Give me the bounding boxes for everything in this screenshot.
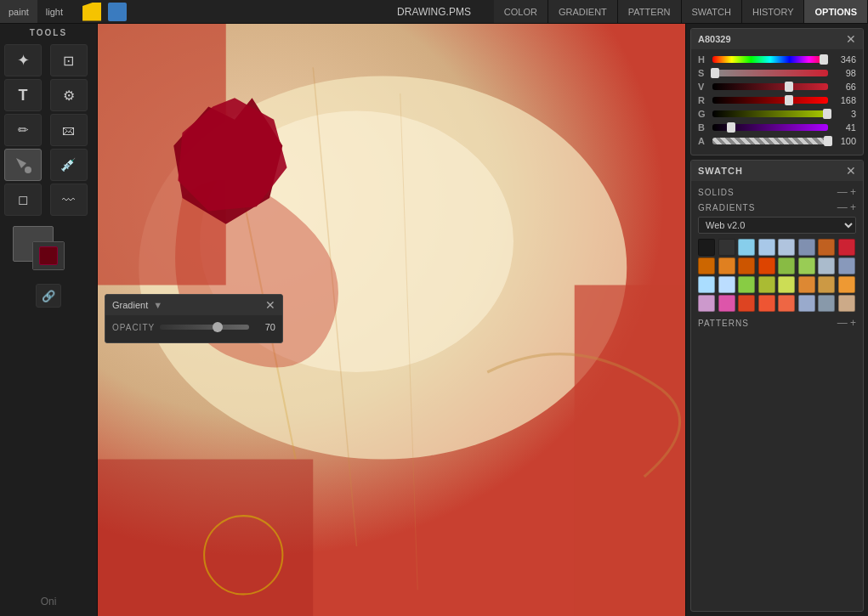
swatch-cell[interactable] bbox=[798, 257, 815, 274]
settings-tool-btn[interactable]: ⚙ bbox=[50, 79, 88, 111]
swatch-cell[interactable] bbox=[698, 239, 715, 256]
swatch-cell[interactable] bbox=[698, 295, 715, 312]
swatch-close[interactable]: ✕ bbox=[846, 164, 856, 178]
swatch-cell[interactable] bbox=[698, 276, 715, 293]
red-row: R 168 bbox=[698, 95, 856, 105]
alpha-slider[interactable] bbox=[712, 138, 828, 144]
select-tool-btn[interactable]: ◻ bbox=[4, 184, 42, 216]
right-panel: A80329 ✕ H 346 S 98 bbox=[685, 24, 868, 616]
opacity-slider-thumb[interactable] bbox=[213, 322, 223, 332]
green-thumb[interactable] bbox=[823, 109, 831, 119]
svg-rect-7 bbox=[98, 460, 313, 617]
swatch-cell[interactable] bbox=[738, 276, 755, 293]
hue-label: H bbox=[698, 54, 708, 65]
swatch-cell[interactable] bbox=[758, 276, 775, 293]
swatch-cell[interactable] bbox=[718, 257, 735, 274]
text-tool-btn[interactable]: T bbox=[4, 79, 42, 111]
swatch-cell[interactable] bbox=[718, 276, 735, 293]
val-slider[interactable] bbox=[712, 83, 828, 90]
swatch-cell[interactable] bbox=[718, 295, 735, 312]
blue-thumb[interactable] bbox=[727, 122, 735, 133]
tab-pattern[interactable]: PATTERN bbox=[618, 0, 682, 23]
blue-slider[interactable] bbox=[712, 124, 828, 131]
file-icon-blue[interactable] bbox=[108, 3, 127, 21]
secondary-color-swatch[interactable] bbox=[32, 241, 65, 270]
tab-swatch[interactable]: SWATCH bbox=[682, 0, 742, 23]
transform-tool-btn[interactable]: ⊡ bbox=[50, 44, 88, 76]
menu-light[interactable]: light bbox=[37, 0, 71, 23]
swatch-cell[interactable] bbox=[738, 239, 755, 256]
alpha-value: 100 bbox=[832, 136, 856, 146]
solids-btn[interactable]: — + bbox=[837, 186, 856, 198]
hue-slider[interactable] bbox=[712, 56, 828, 63]
swatch-cell[interactable] bbox=[738, 257, 755, 274]
swatch-cell[interactable] bbox=[818, 239, 835, 256]
saturation-row: S 98 bbox=[698, 68, 856, 78]
val-label: V bbox=[698, 82, 708, 92]
swatch-cell[interactable] bbox=[758, 257, 775, 274]
patterns-section: PATTERNS — + bbox=[698, 317, 856, 329]
swatch-cell[interactable] bbox=[698, 257, 715, 274]
swatch-cell[interactable] bbox=[778, 295, 795, 312]
stamp-tool-btn[interactable]: 🖂 bbox=[50, 114, 88, 146]
gradient-panel-title: Gradient bbox=[112, 300, 148, 310]
swatch-cell[interactable] bbox=[798, 239, 815, 256]
swatch-cell[interactable] bbox=[818, 276, 835, 293]
sat-value: 98 bbox=[832, 68, 856, 78]
patterns-btn[interactable]: — + bbox=[837, 317, 856, 329]
toolbar: TOOLS ✦ ⊡ T ⚙ ✏ 🖂 bbox=[0, 24, 98, 616]
swatch-cell[interactable] bbox=[778, 239, 795, 256]
swatch-cell[interactable] bbox=[738, 295, 755, 312]
swatch-cell[interactable] bbox=[778, 257, 795, 274]
solids-label: SOLIDS bbox=[698, 188, 735, 197]
red-thumb[interactable] bbox=[785, 95, 793, 105]
sat-slider[interactable] bbox=[712, 70, 828, 76]
green-value: 3 bbox=[832, 109, 856, 119]
eyedropper-tool-btn[interactable]: 💉 bbox=[50, 149, 88, 181]
swatch-cell[interactable] bbox=[798, 276, 815, 293]
opacity-slider-track[interactable] bbox=[160, 325, 249, 330]
swatch-cell[interactable] bbox=[818, 257, 835, 274]
color-picker-body: H 346 S 98 V bbox=[691, 49, 863, 155]
tab-history[interactable]: HISTORY bbox=[742, 0, 805, 23]
color-section bbox=[9, 226, 89, 277]
gradients-btn[interactable]: — + bbox=[837, 201, 856, 213]
swatch-cell[interactable] bbox=[838, 295, 855, 312]
menu-paint[interactable]: paint bbox=[0, 0, 37, 23]
oni-label: Oni bbox=[37, 591, 61, 612]
star-tool-btn[interactable]: ✦ bbox=[4, 44, 42, 76]
swatch-cell[interactable] bbox=[838, 239, 855, 256]
tab-gradient[interactable]: GRADIENT bbox=[548, 0, 618, 23]
swatch-cell[interactable] bbox=[838, 257, 855, 274]
swatch-cell[interactable] bbox=[718, 239, 735, 256]
swatch-cell[interactable] bbox=[818, 295, 835, 312]
val-thumb[interactable] bbox=[785, 82, 793, 92]
link-tool-btn[interactable]: 🔗 bbox=[36, 284, 61, 308]
green-label: G bbox=[698, 109, 708, 119]
tab-options[interactable]: OPTIONS bbox=[804, 0, 868, 23]
gradient-panel-close[interactable]: ✕ bbox=[265, 298, 275, 312]
swatch-cell[interactable] bbox=[758, 295, 775, 312]
red-slider[interactable] bbox=[712, 97, 828, 104]
swatch-title: SWATCH bbox=[698, 166, 743, 176]
brush-tool-btn[interactable]: ✏ bbox=[4, 114, 42, 146]
swatch-cell[interactable] bbox=[838, 276, 855, 293]
swatch-dropdown[interactable]: Web v2.0 bbox=[698, 217, 856, 234]
fill-tool-btn[interactable] bbox=[4, 149, 42, 181]
color-picker-close[interactable]: ✕ bbox=[846, 32, 856, 46]
swatch-cell[interactable] bbox=[778, 276, 795, 293]
alpha-thumb[interactable] bbox=[824, 136, 832, 146]
smudge-tool-btn[interactable]: 〰 bbox=[50, 184, 88, 216]
sat-thumb[interactable] bbox=[711, 68, 719, 78]
tab-group: COLOR GRADIENT PATTERN SWATCH HISTORY OP… bbox=[494, 0, 868, 23]
swatch-cell[interactable] bbox=[758, 239, 775, 256]
solids-section-header: SOLIDS — + bbox=[698, 186, 856, 198]
swatch-cell[interactable] bbox=[798, 295, 815, 312]
tab-color[interactable]: COLOR bbox=[494, 0, 548, 23]
red-value: 168 bbox=[832, 95, 856, 105]
hue-thumb[interactable] bbox=[820, 54, 828, 65]
canvas-area[interactable]: Gradient ▼ ✕ OPACITY 70 bbox=[98, 24, 685, 616]
green-slider[interactable] bbox=[712, 110, 828, 117]
file-icon-yellow[interactable] bbox=[82, 3, 101, 21]
gradient-panel: Gradient ▼ ✕ OPACITY 70 bbox=[105, 294, 283, 343]
